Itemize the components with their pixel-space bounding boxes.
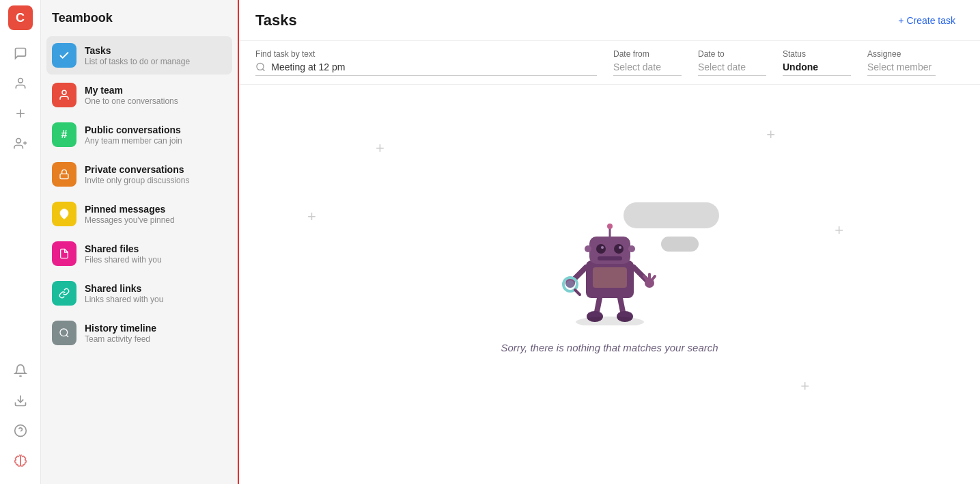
sidebar-item-text-public-conversations: Public conversationsAny team member can …: [85, 124, 182, 146]
sidebar: Teambook TasksList of tasks to do or man…: [41, 0, 239, 484]
sidebar-item-pinned-messages[interactable]: Pinned messagesMessages you've pinned: [46, 195, 232, 233]
svg-point-22: [619, 246, 621, 249]
svg-point-11: [63, 212, 66, 215]
speech-bubble-large: [624, 202, 719, 228]
plus-decoration-4: +: [835, 221, 843, 239]
assignee-label: Assignee: [867, 49, 936, 59]
search-input-wrap: [255, 62, 597, 76]
sidebar-item-icon-public-conversations: #: [52, 122, 76, 147]
sidebar-title: Teambook: [46, 11, 232, 36]
sidebar-item-title-pinned-messages: Pinned messages: [85, 204, 175, 215]
svg-line-30: [652, 276, 655, 280]
bell-icon[interactable]: [8, 358, 33, 383]
sidebar-item-subtitle-tasks: List of tasks to do or manage: [85, 57, 190, 66]
sidebar-item-public-conversations[interactable]: #Public conversationsAny team member can…: [46, 116, 232, 154]
sidebar-item-subtitle-private-conversations: Invite only group discussions: [85, 176, 189, 185]
assignee-value[interactable]: Select member: [867, 62, 936, 76]
svg-point-14: [257, 63, 264, 70]
sidebar-item-title-tasks: Tasks: [85, 45, 190, 56]
sidebar-item-text-history-timeline: History timelineTeam activity feed: [85, 323, 156, 344]
date-to-value[interactable]: Select date: [698, 62, 766, 76]
sidebar-item-icon-my-team: [52, 83, 76, 107]
sidebar-item-icon-shared-files: [52, 241, 76, 266]
date-to-label: Date to: [698, 49, 766, 59]
search-group: Find task by text: [255, 49, 597, 76]
sidebar-item-title-shared-files: Shared files: [85, 243, 162, 254]
svg-rect-23: [598, 256, 622, 260]
plus-decoration-3: +: [307, 208, 316, 226]
svg-line-15: [263, 69, 265, 71]
svg-point-19: [596, 244, 606, 254]
sidebar-item-title-my-team: My team: [85, 85, 178, 96]
sidebar-item-tasks[interactable]: TasksList of tasks to do or manage: [46, 36, 232, 75]
robot-illustration: [542, 216, 678, 325]
create-task-button[interactable]: + Create task: [890, 10, 964, 31]
sidebar-item-subtitle-pinned-messages: Messages you've pinned: [85, 215, 175, 225]
page-title: Tasks: [255, 12, 890, 29]
sidebar-item-icon-history-timeline: [52, 321, 76, 345]
sidebar-item-history-timeline[interactable]: History timelineTeam activity feed: [46, 314, 232, 352]
search-icon: [255, 62, 266, 72]
svg-point-42: [628, 245, 635, 252]
svg-point-41: [585, 245, 591, 252]
sidebar-item-text-pinned-messages: Pinned messagesMessages you've pinned: [85, 204, 175, 225]
empty-state: + + + + +: [239, 85, 980, 484]
sidebar-item-subtitle-shared-files: Files shared with you: [85, 255, 162, 265]
empty-state-message: Sorry, there is nothing that matches you…: [501, 342, 718, 353]
sidebar-item-title-private-conversations: Private conversations: [85, 164, 189, 175]
svg-point-12: [60, 329, 68, 336]
app-icon[interactable]: C: [8, 5, 33, 30]
download-icon[interactable]: [8, 388, 33, 413]
sidebar-item-subtitle-public-conversations: Any team member can join: [85, 136, 182, 146]
sidebar-item-text-my-team: My teamOne to one conversations: [85, 85, 178, 106]
speech-bubble-small: [661, 237, 699, 252]
add-member-icon[interactable]: [8, 131, 33, 156]
assignee-group: Assignee Select member: [867, 49, 936, 76]
date-from-value[interactable]: Select date: [613, 62, 682, 76]
search-input[interactable]: [271, 62, 597, 72]
svg-point-20: [614, 244, 624, 254]
icon-bar-bottom: [8, 358, 33, 479]
svg-line-37: [575, 290, 580, 295]
sidebar-item-title-shared-links: Shared links: [85, 283, 163, 294]
plus-decoration-5: +: [800, 377, 809, 395]
svg-point-38: [576, 317, 644, 325]
add-icon[interactable]: [8, 101, 33, 126]
sidebar-item-icon-shared-links: [52, 281, 76, 306]
svg-point-9: [62, 90, 66, 94]
sidebar-item-icon-pinned-messages: [52, 202, 76, 226]
sidebar-item-subtitle-history-timeline: Team activity feed: [85, 334, 156, 344]
status-group: Status Undone: [783, 49, 851, 76]
sidebar-item-my-team[interactable]: My teamOne to one conversations: [46, 76, 232, 114]
date-to-group: Date to Select date: [698, 49, 766, 76]
contacts-icon[interactable]: [8, 71, 33, 96]
date-from-label: Date from: [613, 49, 682, 59]
robot-svg: [542, 216, 678, 325]
main-header: Tasks + Create task: [239, 0, 980, 41]
sidebar-item-title-public-conversations: Public conversations: [85, 124, 182, 135]
sidebar-item-shared-files[interactable]: Shared filesFiles shared with you: [46, 234, 232, 273]
svg-point-21: [601, 246, 604, 249]
sidebar-item-title-history-timeline: History timeline: [85, 323, 156, 334]
status-label: Status: [783, 49, 851, 59]
svg-line-13: [66, 335, 68, 337]
svg-point-3: [16, 139, 20, 144]
brain-icon[interactable]: [8, 448, 33, 473]
sidebar-item-icon-tasks: [52, 43, 76, 68]
date-from-group: Date from Select date: [613, 49, 682, 76]
svg-point-36: [566, 280, 574, 288]
sidebar-item-text-shared-links: Shared linksLinks shared with you: [85, 283, 163, 304]
help-icon[interactable]: [8, 418, 33, 443]
svg-rect-17: [593, 267, 627, 288]
plus-decoration-1: +: [376, 139, 384, 157]
filter-bar: Find task by text Date from Select date …: [239, 41, 980, 85]
sidebar-item-shared-links[interactable]: Shared linksLinks shared with you: [46, 274, 232, 312]
sidebar-item-icon-private-conversations: [52, 162, 76, 187]
svg-rect-10: [60, 174, 68, 178]
svg-point-40: [607, 224, 613, 229]
chat-icon[interactable]: [8, 41, 33, 66]
status-value[interactable]: Undone: [783, 62, 851, 76]
search-label: Find task by text: [255, 49, 597, 59]
main-content: Tasks + Create task Find task by text Da…: [239, 0, 980, 484]
sidebar-item-private-conversations[interactable]: Private conversationsInvite only group d…: [46, 155, 232, 193]
